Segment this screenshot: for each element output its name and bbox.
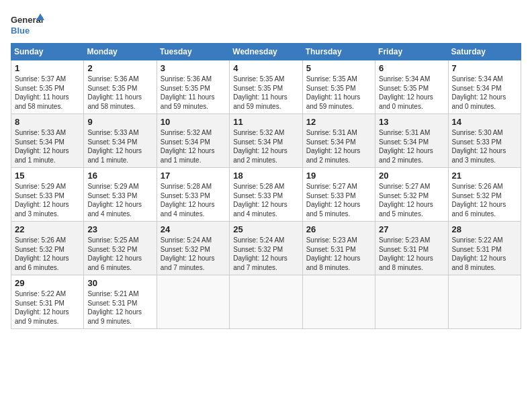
day-number: 17	[161, 171, 226, 181]
day-number: 12	[306, 117, 371, 127]
day-info: Sunrise: 5:22 AM Sunset: 5:31 PM Dayligh…	[15, 289, 80, 326]
weekday-header: Wednesday	[230, 44, 302, 60]
day-number: 18	[233, 171, 298, 181]
day-info: Sunrise: 5:35 AM Sunset: 5:35 PM Dayligh…	[233, 75, 298, 111]
day-info: Sunrise: 5:30 AM Sunset: 5:33 PM Dayligh…	[452, 128, 517, 165]
day-info: Sunrise: 5:37 AM Sunset: 5:35 PM Dayligh…	[15, 75, 80, 111]
calendar-cell: 15 Sunrise: 5:29 AM Sunset: 5:33 PM Dayl…	[11, 168, 84, 222]
calendar-cell: 24 Sunrise: 5:24 AM Sunset: 5:32 PM Dayl…	[157, 222, 229, 275]
day-info: Sunrise: 5:31 AM Sunset: 5:34 PM Dayligh…	[379, 128, 444, 165]
calendar-cell: 10 Sunrise: 5:32 AM Sunset: 5:34 PM Dayl…	[157, 114, 229, 168]
calendar-cell: 17 Sunrise: 5:28 AM Sunset: 5:33 PM Dayl…	[157, 168, 229, 222]
weekday-header: Thursday	[302, 44, 375, 60]
day-number: 9	[87, 117, 152, 127]
day-number: 4	[233, 63, 298, 73]
day-number: 10	[161, 117, 226, 127]
day-info: Sunrise: 5:27 AM Sunset: 5:32 PM Dayligh…	[379, 182, 444, 218]
day-number: 16	[87, 171, 152, 181]
calendar-cell: 6 Sunrise: 5:34 AM Sunset: 5:35 PM Dayli…	[375, 60, 448, 114]
page-header: General Blue	[11, 11, 521, 38]
day-number: 11	[233, 117, 298, 127]
day-number: 13	[379, 117, 444, 127]
day-number: 26	[306, 224, 371, 234]
calendar-cell: 14 Sunrise: 5:30 AM Sunset: 5:33 PM Dayl…	[448, 114, 521, 168]
calendar-table: SundayMondayTuesdayWednesdayThursdayFrid…	[11, 43, 521, 329]
day-number: 2	[87, 63, 152, 73]
day-number: 14	[452, 117, 517, 127]
logo-svg: General Blue	[11, 11, 44, 38]
day-info: Sunrise: 5:34 AM Sunset: 5:35 PM Dayligh…	[379, 75, 444, 111]
day-info: Sunrise: 5:32 AM Sunset: 5:34 PM Dayligh…	[161, 128, 226, 165]
logo: General Blue	[11, 11, 44, 38]
calendar-cell: 5 Sunrise: 5:35 AM Sunset: 5:35 PM Dayli…	[302, 60, 375, 114]
weekday-header: Friday	[375, 44, 448, 60]
day-info: Sunrise: 5:25 AM Sunset: 5:32 PM Dayligh…	[87, 236, 152, 272]
day-number: 8	[15, 117, 80, 127]
calendar-cell	[448, 275, 521, 329]
day-info: Sunrise: 5:33 AM Sunset: 5:34 PM Dayligh…	[87, 128, 152, 165]
day-number: 23	[87, 224, 152, 234]
calendar-cell: 11 Sunrise: 5:32 AM Sunset: 5:34 PM Dayl…	[230, 114, 302, 168]
day-number: 20	[379, 171, 444, 181]
calendar-cell: 18 Sunrise: 5:28 AM Sunset: 5:33 PM Dayl…	[230, 168, 302, 222]
day-number: 27	[379, 224, 444, 234]
calendar-cell: 30 Sunrise: 5:21 AM Sunset: 5:31 PM Dayl…	[84, 275, 157, 329]
day-number: 28	[452, 224, 517, 234]
day-info: Sunrise: 5:23 AM Sunset: 5:31 PM Dayligh…	[306, 236, 371, 272]
day-number: 25	[233, 224, 298, 234]
calendar-cell: 22 Sunrise: 5:26 AM Sunset: 5:32 PM Dayl…	[11, 222, 84, 275]
day-info: Sunrise: 5:29 AM Sunset: 5:33 PM Dayligh…	[87, 182, 152, 218]
calendar-cell: 4 Sunrise: 5:35 AM Sunset: 5:35 PM Dayli…	[230, 60, 302, 114]
calendar-cell: 20 Sunrise: 5:27 AM Sunset: 5:32 PM Dayl…	[375, 168, 448, 222]
calendar-cell: 9 Sunrise: 5:33 AM Sunset: 5:34 PM Dayli…	[84, 114, 157, 168]
day-number: 5	[306, 63, 371, 73]
day-number: 7	[452, 63, 517, 73]
day-info: Sunrise: 5:29 AM Sunset: 5:33 PM Dayligh…	[15, 182, 80, 218]
calendar-cell: 7 Sunrise: 5:34 AM Sunset: 5:34 PM Dayli…	[448, 60, 521, 114]
calendar-cell: 8 Sunrise: 5:33 AM Sunset: 5:34 PM Dayli…	[11, 114, 84, 168]
weekday-header: Sunday	[11, 44, 84, 60]
weekday-header: Monday	[84, 44, 157, 60]
calendar-cell: 27 Sunrise: 5:23 AM Sunset: 5:31 PM Dayl…	[375, 222, 448, 275]
calendar-cell: 25 Sunrise: 5:24 AM Sunset: 5:32 PM Dayl…	[230, 222, 302, 275]
calendar-cell: 28 Sunrise: 5:22 AM Sunset: 5:31 PM Dayl…	[448, 222, 521, 275]
day-info: Sunrise: 5:28 AM Sunset: 5:33 PM Dayligh…	[233, 182, 298, 218]
calendar-cell: 3 Sunrise: 5:36 AM Sunset: 5:35 PM Dayli…	[157, 60, 229, 114]
day-info: Sunrise: 5:24 AM Sunset: 5:32 PM Dayligh…	[233, 236, 298, 272]
calendar-cell: 12 Sunrise: 5:31 AM Sunset: 5:34 PM Dayl…	[302, 114, 375, 168]
day-info: Sunrise: 5:36 AM Sunset: 5:35 PM Dayligh…	[161, 75, 226, 111]
day-info: Sunrise: 5:26 AM Sunset: 5:32 PM Dayligh…	[452, 182, 517, 218]
day-info: Sunrise: 5:32 AM Sunset: 5:34 PM Dayligh…	[233, 128, 298, 165]
day-info: Sunrise: 5:36 AM Sunset: 5:35 PM Dayligh…	[87, 75, 152, 111]
calendar-cell	[230, 275, 302, 329]
calendar-cell	[302, 275, 375, 329]
day-number: 30	[87, 278, 152, 288]
day-number: 15	[15, 171, 80, 181]
day-info: Sunrise: 5:33 AM Sunset: 5:34 PM Dayligh…	[15, 128, 80, 165]
day-info: Sunrise: 5:24 AM Sunset: 5:32 PM Dayligh…	[161, 236, 226, 272]
day-number: 1	[15, 63, 80, 73]
calendar-week-row: 15 Sunrise: 5:29 AM Sunset: 5:33 PM Dayl…	[11, 168, 521, 222]
day-number: 3	[161, 63, 226, 73]
calendar-cell: 26 Sunrise: 5:23 AM Sunset: 5:31 PM Dayl…	[302, 222, 375, 275]
day-number: 22	[15, 224, 80, 234]
calendar-cell	[375, 275, 448, 329]
day-number: 21	[452, 171, 517, 181]
day-info: Sunrise: 5:26 AM Sunset: 5:32 PM Dayligh…	[15, 236, 80, 272]
calendar-cell: 1 Sunrise: 5:37 AM Sunset: 5:35 PM Dayli…	[11, 60, 84, 114]
day-info: Sunrise: 5:23 AM Sunset: 5:31 PM Dayligh…	[379, 236, 444, 272]
calendar-cell: 2 Sunrise: 5:36 AM Sunset: 5:35 PM Dayli…	[84, 60, 157, 114]
calendar-cell: 13 Sunrise: 5:31 AM Sunset: 5:34 PM Dayl…	[375, 114, 448, 168]
calendar-week-row: 8 Sunrise: 5:33 AM Sunset: 5:34 PM Dayli…	[11, 114, 521, 168]
calendar-week-row: 22 Sunrise: 5:26 AM Sunset: 5:32 PM Dayl…	[11, 222, 521, 275]
day-number: 6	[379, 63, 444, 73]
weekday-header: Tuesday	[157, 44, 229, 60]
calendar-cell: 21 Sunrise: 5:26 AM Sunset: 5:32 PM Dayl…	[448, 168, 521, 222]
svg-text:Blue: Blue	[11, 26, 30, 36]
day-info: Sunrise: 5:27 AM Sunset: 5:33 PM Dayligh…	[306, 182, 371, 218]
day-info: Sunrise: 5:28 AM Sunset: 5:33 PM Dayligh…	[161, 182, 226, 218]
day-info: Sunrise: 5:22 AM Sunset: 5:31 PM Dayligh…	[452, 236, 517, 272]
calendar-cell: 16 Sunrise: 5:29 AM Sunset: 5:33 PM Dayl…	[84, 168, 157, 222]
day-number: 24	[161, 224, 226, 234]
calendar-cell: 29 Sunrise: 5:22 AM Sunset: 5:31 PM Dayl…	[11, 275, 84, 329]
